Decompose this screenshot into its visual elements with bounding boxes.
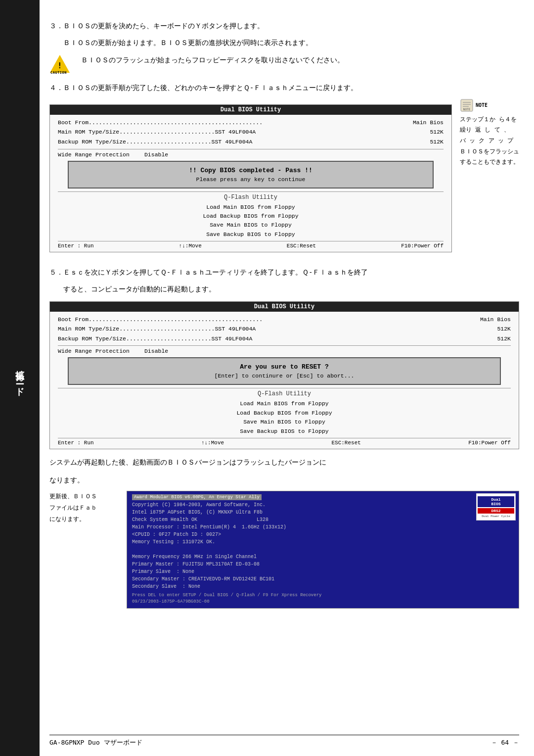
bios-title-1: Dual BIOS Utility (50, 105, 451, 115)
page-footer: GA-8GPNXP Duo マザーボード － 64 － (49, 735, 519, 747)
footer-move-1: ↑↓:Move (179, 243, 202, 249)
step3-line1: ３．ＢＩＯＳの更新を決めたら、キーボードのＹボタンを押します。 (49, 20, 519, 32)
post-line-11: Secondary Slave : None (132, 583, 514, 590)
caution-icon: ! CAUTION (49, 54, 70, 75)
bios-menu-item-1: Load Backup BIOS from Floppy (58, 212, 444, 221)
bios-menu2-item-1: Load Backup BIOS from Floppy (58, 409, 511, 418)
boot-from-label-2: Boot From...............................… (58, 315, 476, 325)
footer-page: － 64 － (491, 738, 519, 747)
note-text: ステップ１か ら４を繰り 返 し て 、 バ ッ ク ア ッ プＢＩＯＳをフラッ… (460, 114, 519, 168)
step5-line2: すると、コンピュータが自動的に再起動します。 (49, 283, 519, 295)
bios-menu-title-2: Q-Flash Utility (58, 390, 511, 397)
protection-label-2: Wide Range Protection (58, 348, 130, 354)
svg-text:NOTE: NOTE (463, 107, 471, 111)
backup-rom-label-2: Backup ROM Type/Size....................… (58, 334, 493, 344)
caution-block: ! CAUTION ＢＩＯＳのフラッシュが始まったらフロッピーディスクを取り出さ… (49, 54, 519, 75)
note-label-text: NOTE (476, 101, 488, 109)
backup-rom-label: Backup ROM Type/Size....................… (58, 137, 426, 147)
sidebar: 拡張カード (0, 0, 40, 756)
note-box: NOTE NOTE ステップ１か ら４を繰り 返 し て 、 バ ッ ク ア ッ… (460, 98, 519, 168)
dual-bios-logo: DualBIOS DRS2 Dual Power Cycle (476, 493, 516, 520)
backup-rom-value: 512K (430, 137, 444, 147)
step5-line1: ５．Ｅｓｃを次にＹボタンを押してＱ-Ｆｌａｓｈユーティリティを終了します。Ｑ-Ｆ… (49, 266, 519, 278)
step4-line1: ４．ＢＩＯＳの更新手順が完了した後、どれかのキーを押すとＱ-Ｆｌａｓｈメニューに… (49, 82, 519, 94)
boot-from-label: Boot From...............................… (58, 118, 409, 128)
post-line-8: Primary Master : FUJITSU MPL3170AT ED-03… (132, 561, 514, 568)
step3-line2: ＢＩＯＳの更新が始まります。ＢＩＯＳ更新の進捗状況が同時に表示されます。 (49, 37, 519, 48)
post-left-text: 更新後、ＢＩＯＳ ファイルはＦａｂ になります。 (49, 491, 119, 524)
post-left-line3: になります。 (49, 514, 119, 525)
main-rom-label-2: Main ROM Type/Size......................… (58, 324, 493, 334)
system-line1: システムが再起動した後、起動画面のＢＩＯＳバージョンはフラッシュしたバージョンに (49, 456, 519, 468)
bios-menu2-item-0: Load Main BIOS from Floppy (58, 399, 511, 408)
bios-utility-box-2: Dual BIOS Utility Boot From.............… (49, 301, 519, 449)
footer-model: GA-8GPNXP Duo マザーボード (49, 738, 142, 747)
post-line-6 (132, 546, 514, 553)
footer-f10-2: F10:Power Off (468, 440, 511, 446)
footer-esc-2: ESC:Reset (331, 440, 360, 446)
popup2-line2: [Enter] to continure or [Esc] to abort..… (77, 373, 492, 379)
system-line2: なります。 (49, 474, 519, 486)
post-line-0: Copyright (C) 1984-2003, Award Software,… (132, 501, 514, 509)
protection-value-2: Disable (144, 348, 168, 354)
bios-popup-2: Are you sure to RESET ? [Enter] to conti… (68, 357, 501, 385)
popup-line1: !! Copy BIOS completed - Pass !! (77, 167, 425, 174)
bios-popup-1: !! Copy BIOS completed - Pass !! Please … (68, 161, 434, 189)
bios-menu-title-1: Q-Flash Utility (58, 194, 444, 201)
post-screen: Award Modular BIOS v6.00PG, An Energy St… (127, 491, 519, 608)
post-bottom-line1: Press DEL to enter SETUP / Dual BIOS / Q… (132, 592, 514, 599)
popup2-line1: Are you sure to RESET ? (77, 363, 492, 371)
post-bottom-line2: 09/23/2003-i875P-6A79BG03C-00 (132, 599, 514, 605)
backup-rom-value-2: 512K (497, 334, 511, 344)
award-bar: Award Modular BIOS v6.00PG, An Energy St… (132, 494, 262, 500)
bios-menu2-item-2: Save Main BIOS to Floppy (58, 418, 511, 426)
main-rom-value: 512K (430, 127, 444, 137)
boot-from-value-2: Main Bios (480, 315, 511, 325)
protection-label: Wide Range Protection (58, 151, 130, 158)
footer-enter-1: Enter : Run (58, 243, 94, 249)
popup-line2: Please press any key to continue (77, 176, 425, 183)
bios-menu2-item-3: Save Backup BIOS to Floppy (58, 427, 511, 436)
post-line-5: Memory Testing : 131072K OK. (132, 538, 514, 546)
post-line-9: Primary Slave : None (132, 568, 514, 575)
post-line-2: Check System Health OK L328 (132, 516, 514, 523)
post-line-4: <CPUID : 0F27 Patch ID : 0027> (132, 531, 514, 538)
bios-menu-item-3: Save Backup BIOS to Floppy (58, 230, 444, 239)
footer-move-2: ↑↓:Move (201, 440, 224, 446)
note-icon: NOTE (460, 98, 474, 112)
main-rom-value-2: 512K (497, 324, 511, 334)
bios-section-1: Dual BIOS Utility Boot From.............… (49, 98, 519, 258)
sidebar-text: 拡張カード (14, 363, 25, 393)
footer-esc-1: ESC:Reset (287, 243, 316, 249)
post-line-1: Intel i875P AGPset BIOS, (C) MKNXP Ultra… (132, 509, 514, 516)
bios-utility-box-1: Dual BIOS Utility Boot From.............… (49, 104, 452, 252)
footer-enter-2: Enter : Run (58, 440, 94, 446)
post-left-line2: ファイルはＦａｂ (49, 502, 119, 514)
post-container: 更新後、ＢＩＯＳ ファイルはＦａｂ になります。 Award Modular B… (49, 491, 519, 608)
bios-title-2: Dual BIOS Utility (50, 302, 519, 312)
bios-menu-item-0: Load Main BIOS from Floppy (58, 203, 444, 212)
main-rom-label: Main ROM Type/Size......................… (58, 127, 426, 137)
post-left-line1: 更新後、ＢＩＯＳ (49, 491, 119, 502)
bios-menu-item-2: Save Main BIOS to Floppy (58, 221, 444, 230)
footer-f10-1: F10:Power Off (401, 243, 444, 249)
post-line-7: Memory Frequency 266 MHz in Single Chann… (132, 553, 514, 561)
post-line-3: Main Processor : Intel Pentium(R) 4 1.6G… (132, 523, 514, 531)
post-bottom-bar: Press DEL to enter SETUP / Dual BIOS / Q… (132, 592, 514, 605)
post-line-10: Secondary Master : CREATIVEDVD-RM DVD124… (132, 575, 514, 583)
protection-value: Disable (144, 151, 168, 158)
boot-from-value: Main Bios (413, 118, 444, 128)
caution-text: ＢＩＯＳのフラッシュが始まったらフロッピーディスクを取り出さないでください。 (74, 54, 344, 66)
